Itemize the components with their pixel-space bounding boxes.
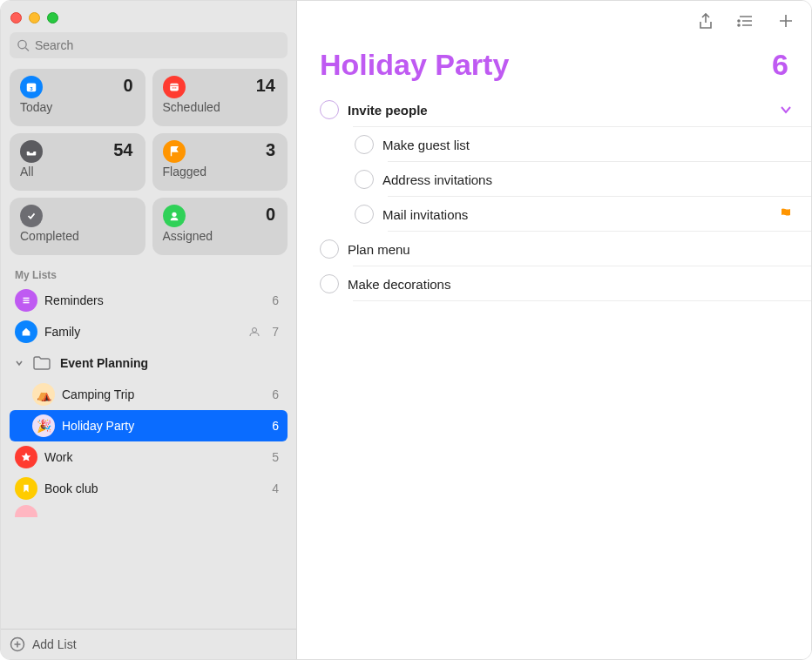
flag-icon [778, 206, 794, 222]
complete-toggle[interactable] [355, 135, 374, 154]
share-button[interactable] [696, 11, 715, 30]
smart-lists-grid: 3 0 Today 14 Scheduled 54 [10, 69, 288, 255]
checkmark-icon [20, 205, 43, 227]
window-zoom-button[interactable] [47, 12, 58, 24]
reminder-title[interactable]: Make guest list [382, 130, 794, 160]
complete-toggle[interactable] [320, 100, 339, 119]
search-icon [17, 38, 30, 52]
svg-marker-15 [22, 453, 31, 461]
list-count: 6 [272, 293, 279, 307]
subtasks-toggle[interactable] [778, 102, 794, 118]
complete-toggle[interactable] [320, 274, 339, 293]
smart-list-label: All [20, 165, 135, 178]
sidebar-list-work[interactable]: Work 5 [10, 441, 288, 473]
list-title: Holiday Party [320, 48, 509, 82]
list-icon-partial [15, 505, 37, 517]
reminder-row[interactable]: Make decorations [313, 266, 811, 301]
sidebar-list-reminders[interactable]: Reminders 6 [10, 285, 288, 316]
new-reminder-button[interactable] [776, 11, 795, 30]
bookmark-icon [15, 477, 37, 500]
list-count: 7 [272, 325, 279, 339]
smart-list-count: 0 [123, 76, 132, 96]
smart-list-today[interactable]: 3 0 Today [10, 69, 145, 126]
toolbar [297, 1, 811, 41]
add-list-button[interactable]: Add List [1, 629, 296, 659]
complete-toggle[interactable] [355, 205, 374, 224]
smart-list-label: Completed [20, 229, 135, 243]
party-popper-emoji-icon: 🎉 [32, 414, 55, 437]
plus-circle-icon [10, 636, 25, 652]
svg-point-22 [738, 20, 740, 22]
disclosure-triangle-icon[interactable] [15, 359, 24, 367]
complete-toggle[interactable] [320, 239, 339, 259]
list-count: 5 [272, 450, 279, 464]
list-count: 6 [272, 419, 279, 433]
list-count: 6 [272, 387, 279, 401]
window-minimize-button[interactable] [29, 12, 40, 24]
window-close-button[interactable] [10, 12, 22, 24]
list-bullet-icon [15, 289, 37, 312]
smart-list-label: Today [20, 100, 135, 114]
flag-icon [163, 140, 186, 163]
main-panel: Holiday Party 6 Invite people Make guest… [297, 1, 811, 659]
sidebar-list-camping-trip[interactable]: ⛺ Camping Trip 6 [10, 379, 288, 410]
calendar-icon [163, 76, 186, 98]
list-name: Book club [44, 482, 265, 495]
list-header: Holiday Party 6 [297, 41, 811, 89]
sidebar-list-partial[interactable] [10, 504, 288, 518]
smart-list-assigned[interactable]: 0 Assigned [152, 198, 288, 255]
list-name: Holiday Party [62, 419, 265, 433]
smart-list-count: 3 [266, 140, 275, 160]
smart-list-count: 0 [266, 205, 275, 225]
svg-point-7 [172, 87, 173, 88]
search-input[interactable] [35, 38, 281, 52]
list-name: Work [44, 450, 265, 464]
reminders-container: Invite people Make guest list Address in… [297, 89, 811, 659]
list-total-count: 6 [772, 48, 788, 82]
reminder-title[interactable]: Address invitations [382, 165, 794, 195]
add-list-label: Add List [32, 637, 77, 651]
group-name: Event Planning [60, 356, 279, 370]
tray-icon [20, 140, 43, 163]
smart-list-scheduled[interactable]: 14 Scheduled [152, 69, 288, 126]
smart-list-label: Assigned [163, 229, 278, 243]
calendar-today-icon: 3 [20, 76, 43, 98]
plus-icon [776, 11, 795, 30]
view-options-button[interactable] [736, 11, 755, 30]
reminder-title[interactable]: Invite people [348, 95, 778, 125]
reminder-row[interactable]: Address invitations [313, 162, 811, 197]
list-name: Family [44, 325, 240, 339]
svg-rect-5 [170, 84, 179, 91]
shared-icon [247, 325, 261, 339]
list-name: Reminders [44, 293, 265, 307]
complete-toggle[interactable] [355, 170, 374, 189]
smart-list-label: Scheduled [163, 100, 278, 114]
svg-text:3: 3 [30, 85, 33, 91]
svg-point-9 [175, 87, 176, 88]
reminder-row[interactable]: Invite people [313, 92, 811, 127]
sidebar-list-book-club[interactable]: Book club 4 [10, 473, 288, 504]
sidebar-group-event-planning[interactable]: Event Planning [10, 347, 288, 379]
reminder-title[interactable]: Plan menu [348, 234, 794, 265]
list-count: 4 [272, 482, 279, 495]
smart-list-flagged[interactable]: 3 Flagged [152, 133, 288, 191]
share-icon [696, 11, 715, 30]
list-indent-icon [736, 11, 755, 30]
sidebar-list-holiday-party[interactable]: 🎉 Holiday Party 6 [10, 410, 288, 441]
svg-point-10 [172, 212, 176, 217]
smart-list-all[interactable]: 54 All [10, 133, 145, 191]
smart-list-count: 14 [256, 76, 275, 96]
house-icon [15, 320, 37, 343]
reminder-row[interactable]: Plan menu [313, 232, 811, 266]
sidebar-list-family[interactable]: Family 7 [10, 316, 288, 347]
folder-icon [32, 355, 51, 371]
smart-list-count: 54 [113, 140, 132, 160]
reminder-title[interactable]: Make decorations [348, 269, 794, 300]
smart-list-completed[interactable]: Completed [10, 198, 145, 255]
person-icon [163, 205, 186, 227]
search-field-wrap[interactable] [10, 32, 288, 58]
sidebar: 3 0 Today 14 Scheduled 54 [1, 1, 297, 659]
reminder-row[interactable]: Make guest list [313, 127, 811, 162]
reminder-row[interactable]: Mail invitations [313, 197, 811, 232]
reminder-title[interactable]: Mail invitations [382, 199, 771, 230]
